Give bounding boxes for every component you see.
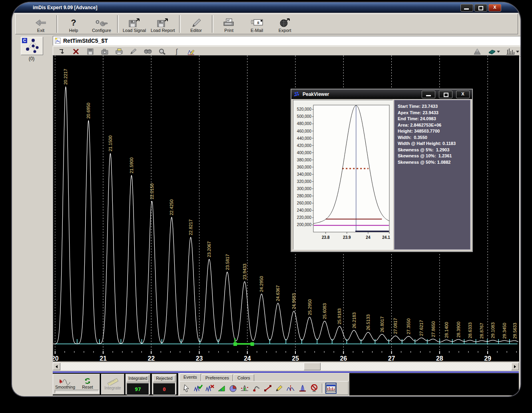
minimize-button[interactable] — [460, 4, 473, 12]
peak-label: 28.6333 — [468, 322, 472, 338]
tab-events[interactable]: Events — [179, 373, 201, 381]
rejected-button[interactable]: Rejected — [153, 375, 175, 382]
configure-icon — [95, 18, 108, 28]
segment-button[interactable] — [263, 383, 273, 393]
peak-label: 23.2067 — [207, 241, 211, 257]
peak-label: 29.3450 — [502, 323, 507, 339]
chart-view-button[interactable] — [326, 383, 336, 393]
reset-button[interactable]: Reset — [77, 376, 98, 391]
disable-button[interactable] — [309, 383, 319, 393]
compound-group-button[interactable]: C — [21, 37, 43, 55]
pie-button[interactable] — [228, 383, 238, 393]
peakviewer-close-button[interactable]: X — [456, 91, 470, 98]
peakviewer-plot[interactable]: 200,000220,000240,000260,000280,000300,0… — [293, 100, 393, 250]
axis-label: 27 — [388, 355, 395, 361]
email-button[interactable]: s E-Mail — [243, 14, 271, 34]
snapshot-button[interactable] — [100, 48, 109, 56]
axis-label: 26 — [340, 355, 347, 361]
editor-icon — [191, 18, 201, 28]
panel-divider — [53, 371, 519, 373]
stat-line: Width: 0.3550 — [398, 135, 468, 141]
peak-events-button[interactable] — [239, 383, 250, 393]
shades-button[interactable] — [143, 48, 152, 56]
undo-zoom-button[interactable] — [57, 48, 66, 56]
x-tick-label: 23.8 — [322, 235, 330, 240]
accept-peak-button[interactable] — [193, 383, 203, 393]
load-report-button[interactable]: Load Report — [148, 14, 177, 34]
camera-icon — [101, 49, 108, 55]
draw-button[interactable] — [129, 48, 138, 56]
integrated-button[interactable]: Integrated — [127, 375, 149, 382]
pencil-tool-button[interactable] — [274, 383, 285, 393]
exit-label: Exit — [37, 28, 44, 33]
tab-colors[interactable]: Colors — [233, 374, 254, 381]
drop-line-button[interactable] — [297, 383, 308, 393]
pointer-button[interactable] — [181, 383, 192, 393]
load-report-icon — [157, 18, 169, 28]
peak-label: 26.5133 — [366, 314, 371, 330]
peak-label: 25.9183 — [337, 308, 342, 324]
integrated-label: Integrated — [128, 376, 147, 381]
scroll-left-button[interactable] — [53, 363, 60, 370]
delete-button[interactable] — [72, 48, 80, 56]
eraser-dropdown[interactable] — [487, 49, 500, 54]
integrate-button[interactable]: Integrate — [101, 374, 124, 395]
y-tick-label: 480,000 — [297, 121, 312, 126]
stat-line: End Time: 24.0983 — [398, 116, 468, 122]
load-signal-button[interactable]: Load Signal — [120, 14, 148, 34]
help-icon: ? — [70, 18, 77, 28]
print-chart-button[interactable] — [115, 48, 124, 56]
peaks-display-icon — [506, 48, 515, 55]
peak-label: 28.3900 — [456, 322, 461, 338]
peakviewer-maximize-button[interactable] — [439, 91, 452, 98]
load-report-label: Load Report — [151, 28, 175, 33]
arrow-left-icon — [56, 365, 58, 368]
peakviewer-titlebar[interactable]: PeakViewer X — [291, 89, 472, 99]
cone-button[interactable] — [473, 48, 482, 56]
peak-label: 20.2217 — [63, 69, 68, 85]
drop-line-icon — [299, 384, 307, 392]
integral-button[interactable]: ∫ — [172, 48, 181, 56]
export-button[interactable]: Export — [271, 14, 299, 34]
titlebar[interactable]: imDis Expert 9.09 [Advance] X — [12, 2, 520, 13]
chart-window-icon — [326, 384, 336, 392]
horizontal-scrollbar[interactable] — [53, 363, 519, 370]
editor-button[interactable]: Editor — [182, 14, 210, 34]
zoom-button[interactable] — [158, 48, 167, 56]
selection-handle — [251, 342, 254, 346]
y-tick-label: 500,000 — [297, 114, 312, 119]
peak-label: 25.6083 — [322, 303, 327, 319]
peak-label: 28.8767 — [479, 323, 484, 339]
close-button[interactable]: X — [488, 4, 501, 12]
signal-bar[interactable]: RetTimStdC5_$T — [53, 36, 520, 46]
scrollbar-track[interactable] — [60, 363, 511, 370]
y-tick-label: 320,000 — [297, 179, 312, 184]
window-title: imDis Expert 9.09 [Advance] — [33, 2, 97, 13]
y-tick-label: 200,000 — [297, 222, 312, 227]
annotate-button[interactable] — [187, 48, 195, 56]
restore-button[interactable] — [474, 4, 487, 12]
reject-peak-button[interactable] — [205, 383, 215, 393]
minimize-icon — [464, 8, 469, 10]
tab-preferences[interactable]: Preferences — [201, 374, 233, 381]
smoothing-button[interactable]: Smoothing — [55, 376, 76, 391]
split-peak-button[interactable] — [286, 383, 296, 393]
peak-label: 29.1083 — [490, 322, 495, 338]
exit-button[interactable]: Exit — [27, 14, 55, 34]
curve-node-button[interactable] — [251, 383, 261, 393]
scroll-right-button[interactable] — [511, 363, 519, 370]
eraser-icon — [487, 49, 496, 54]
angle-button[interactable] — [216, 383, 227, 393]
help-button[interactable]: ? Help — [60, 14, 88, 34]
scrollbar-thumb[interactable] — [304, 363, 321, 370]
peak-events-icon — [240, 384, 249, 392]
y-tick-label: 240,000 — [297, 208, 312, 212]
peaks-display-dropdown[interactable] — [506, 48, 519, 55]
pie-icon — [229, 384, 237, 392]
configure-button[interactable]: Configure — [88, 14, 116, 34]
print-button[interactable]: Print — [215, 14, 243, 34]
save-button[interactable] — [86, 48, 95, 56]
y-tick-label: 420,000 — [297, 143, 312, 148]
peakviewer-minimize-button[interactable] — [422, 91, 435, 98]
toolbar-separator — [56, 15, 58, 33]
